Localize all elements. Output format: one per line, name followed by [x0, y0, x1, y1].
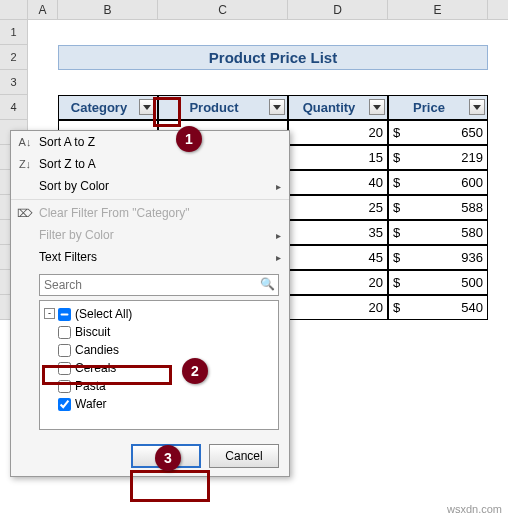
cell-price[interactable]: 219 — [388, 145, 488, 170]
search-icon: 🔍 — [260, 277, 275, 291]
filter-checkbox[interactable] — [58, 398, 71, 411]
dialog-buttons: OK Cancel — [11, 436, 289, 476]
sort-by-color-label: Sort by Color — [39, 179, 109, 193]
filter-option-label: Cereals — [75, 361, 116, 375]
filter-by-color-item: Filter by Color — [11, 224, 289, 246]
filter-option[interactable]: Wafer — [44, 395, 274, 413]
header-price-label: Price — [413, 100, 445, 115]
col-header-E[interactable]: E — [388, 0, 488, 19]
callout-2: 2 — [182, 358, 208, 384]
filter-option[interactable]: Cereals — [44, 359, 274, 377]
col-header-B[interactable]: B — [58, 0, 158, 19]
filter-checkbox[interactable] — [58, 308, 71, 321]
filter-option[interactable]: Candies — [44, 341, 274, 359]
cell-quantity[interactable]: 20 — [288, 270, 388, 295]
cell-price[interactable]: 588 — [388, 195, 488, 220]
cell-quantity[interactable]: 20 — [288, 295, 388, 320]
filter-checkbox[interactable] — [58, 344, 71, 357]
header-category: Category — [58, 95, 158, 120]
sort-az-icon: A↓ — [17, 136, 33, 148]
sort-za-icon: Z↓ — [17, 158, 33, 170]
column-headers-row: A B C D E — [0, 0, 508, 20]
header-price: Price — [388, 95, 488, 120]
cell-price[interactable]: 650 — [388, 120, 488, 145]
menu-separator — [11, 199, 289, 200]
clear-filter-label: Clear Filter From "Category" — [39, 206, 190, 220]
cell-price[interactable]: 600 — [388, 170, 488, 195]
callout-1: 1 — [176, 126, 202, 152]
col-header-C[interactable]: C — [158, 0, 288, 19]
sort-za-label: Sort Z to A — [39, 157, 96, 171]
row-header-4[interactable]: 4 — [0, 95, 28, 120]
row-2: 2 Product Price List — [0, 45, 508, 70]
row-3: 3 — [0, 70, 508, 95]
filter-button-quantity[interactable] — [369, 99, 385, 115]
filter-button-price[interactable] — [469, 99, 485, 115]
callout-3: 3 — [155, 445, 181, 471]
table-header-row: 4 Category Product Quantity Price — [0, 95, 508, 120]
clear-filter-icon: ⌦ — [17, 207, 33, 220]
filter-options-tree: -(Select All)BiscuitCandiesCerealsPastaW… — [39, 300, 279, 430]
header-quantity: Quantity — [288, 95, 388, 120]
search-input[interactable] — [39, 274, 279, 296]
filter-checkbox[interactable] — [58, 362, 71, 375]
cell-quantity[interactable]: 15 — [288, 145, 388, 170]
filter-button-category[interactable] — [139, 99, 155, 115]
cell-price[interactable]: 500 — [388, 270, 488, 295]
select-all-cell[interactable] — [0, 0, 28, 19]
sort-az-label: Sort A to Z — [39, 135, 95, 149]
header-category-label: Category — [71, 100, 127, 115]
text-filters-item[interactable]: Text Filters — [11, 246, 289, 268]
filter-dropdown: A↓ Sort A to Z Z↓ Sort Z to A Sort by Co… — [10, 130, 290, 477]
filter-option-label: (Select All) — [75, 307, 132, 321]
expand-icon[interactable]: - — [44, 308, 55, 319]
cell-quantity[interactable]: 20 — [288, 120, 388, 145]
cell-price[interactable]: 540 — [388, 295, 488, 320]
col-header-A[interactable]: A — [28, 0, 58, 19]
clear-filter-item: ⌦ Clear Filter From "Category" — [11, 202, 289, 224]
sort-az-item[interactable]: A↓ Sort A to Z — [11, 131, 289, 153]
row-header-2[interactable]: 2 — [0, 45, 28, 70]
filter-by-color-label: Filter by Color — [39, 228, 114, 242]
cell-quantity[interactable]: 35 — [288, 220, 388, 245]
row-header-3[interactable]: 3 — [0, 70, 28, 95]
cell-price[interactable]: 936 — [388, 245, 488, 270]
filter-option-label: Wafer — [75, 397, 107, 411]
filter-option[interactable]: -(Select All) — [44, 305, 274, 323]
row-header-1[interactable]: 1 — [0, 20, 28, 45]
sort-za-item[interactable]: Z↓ Sort Z to A — [11, 153, 289, 175]
filter-button-product[interactable] — [269, 99, 285, 115]
filter-option-label: Biscuit — [75, 325, 110, 339]
cell-quantity[interactable]: 40 — [288, 170, 388, 195]
filter-option-label: Candies — [75, 343, 119, 357]
cell-quantity[interactable]: 45 — [288, 245, 388, 270]
filter-option[interactable]: Pasta — [44, 377, 274, 395]
text-filters-label: Text Filters — [39, 250, 97, 264]
filter-checkbox[interactable] — [58, 380, 71, 393]
header-product: Product — [158, 95, 288, 120]
page-title: Product Price List — [58, 45, 488, 70]
sort-by-color-item[interactable]: Sort by Color — [11, 175, 289, 197]
watermark: wsxdn.com — [447, 503, 502, 515]
search-box: 🔍 — [39, 274, 279, 296]
filter-checkbox[interactable] — [58, 326, 71, 339]
row-1: 1 — [0, 20, 508, 45]
header-quantity-label: Quantity — [303, 100, 356, 115]
header-product-label: Product — [189, 100, 238, 115]
col-header-D[interactable]: D — [288, 0, 388, 19]
cell-price[interactable]: 580 — [388, 220, 488, 245]
filter-option-label: Pasta — [75, 379, 106, 393]
filter-option[interactable]: Biscuit — [44, 323, 274, 341]
cancel-button[interactable]: Cancel — [209, 444, 279, 468]
cell-quantity[interactable]: 25 — [288, 195, 388, 220]
